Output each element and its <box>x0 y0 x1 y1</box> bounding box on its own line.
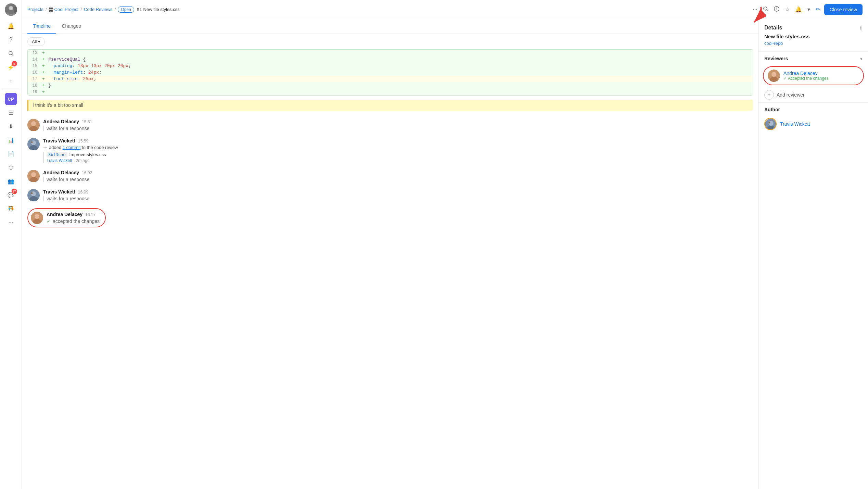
breadcrumb-sep1: / <box>46 7 47 12</box>
add-reviewer-button[interactable]: + Add reviewer <box>759 87 868 102</box>
collapse-sidebar-icon[interactable]: ⟩| <box>859 25 863 30</box>
add-reviewer-label: Add reviewer <box>777 92 805 98</box>
timeline-message: waits for a response <box>43 196 753 201</box>
check-icon: ✓ <box>47 218 51 224</box>
svg-point-25 <box>35 214 39 219</box>
code-selector: #serviceQual <box>48 57 80 62</box>
team-icon[interactable]: 🧑‍🤝‍🧑 <box>5 202 17 215</box>
code-val: 13px 13px 20px 20px <box>78 63 128 68</box>
chart-icon[interactable]: 📊 <box>5 134 17 146</box>
status-check-icon: ✓ <box>783 76 787 81</box>
question-icon[interactable]: ? <box>5 34 17 46</box>
commit-hash[interactable]: 8bf3cae <box>47 152 67 158</box>
reviewer-status-text: Accepted the changes <box>788 76 829 81</box>
info-icon[interactable]: i <box>773 5 781 14</box>
avatar <box>31 212 43 224</box>
commit-author[interactable]: Travis Wickett <box>47 158 72 163</box>
svg-line-5 <box>12 54 13 56</box>
inline-comment: I think it's a bit too small <box>27 100 753 111</box>
chevron-down-icon[interactable]: ▾ <box>806 5 812 14</box>
search-sidebar-icon[interactable] <box>5 47 17 60</box>
tab-timeline[interactable]: Timeline <box>27 19 56 34</box>
breadcrumb-code-reviews[interactable]: Code Reviews <box>84 7 113 12</box>
sidebar-divider <box>2 90 19 90</box>
svg-rect-3 <box>8 10 14 14</box>
review-file-title: New file styles.css <box>143 7 180 12</box>
reviewers-collapse-icon[interactable]: ▾ <box>860 56 863 61</box>
search-icon[interactable] <box>762 5 770 14</box>
bell-icon[interactable]: 🔔 <box>5 20 17 32</box>
code-diff: 13 + 14 + #serviceQual { 15 + padding: 1… <box>27 49 753 96</box>
more-icon[interactable]: ··· <box>5 216 17 228</box>
breadcrumb: Projects / Cool Project / Code Reviews /… <box>27 7 749 13</box>
filter-bar: All ▾ <box>22 34 758 49</box>
commit-msg: Improve styles.css <box>69 152 106 157</box>
timeline-body: Andrea Delacey 16:17 ✓ accepted the chan… <box>47 212 100 224</box>
svg-point-2 <box>9 7 13 10</box>
project-icon[interactable]: CP <box>5 93 17 105</box>
svg-text:i: i <box>776 7 777 11</box>
more-actions-icon[interactable]: ··· <box>752 5 759 14</box>
accepted-action: ✓ accepted the changes <box>47 218 100 224</box>
breadcrumb-projects[interactable]: Projects <box>27 7 43 12</box>
review-name: New file styles.css <box>759 34 868 41</box>
timeline-body: Andrea Delacey 15:51 waits for a respons… <box>43 119 753 131</box>
timeline-time: 16:17 <box>85 212 95 217</box>
review-repo[interactable]: cool-repo <box>759 41 868 51</box>
breadcrumb-project: Cool Project <box>49 7 79 12</box>
doc-icon[interactable]: 📄 <box>5 148 17 160</box>
chat-icon[interactable]: 💬 17 <box>5 189 17 201</box>
svg-point-4 <box>9 51 12 55</box>
list-icon[interactable]: ☰ <box>5 106 17 119</box>
timeline-time: 16:09 <box>78 190 88 195</box>
author-name[interactable]: Travis Wickett <box>780 121 810 127</box>
svg-point-6 <box>764 7 767 10</box>
bell-topbar-icon[interactable]: 🔔 <box>794 5 803 14</box>
left-sidebar: 🔔 ? ⚡ 5 ＋ CP ☰ ⬇ 📊 📄 ⬡ 👥 💬 17 🧑‍🤝‍🧑 ··· <box>0 0 22 489</box>
line-num: 15 <box>28 64 40 68</box>
code-val: 25px <box>83 76 93 82</box>
timeline-time: 16:02 <box>82 171 92 175</box>
star-icon[interactable]: ☆ <box>783 5 791 14</box>
download-icon[interactable]: ⬇ <box>5 120 17 133</box>
timeline-author: Andrea Delacey <box>43 170 79 175</box>
line-marker: + <box>40 70 47 75</box>
edit-icon[interactable]: ✏ <box>814 5 821 14</box>
close-review-button[interactable]: Close review <box>824 4 863 15</box>
filter-button[interactable]: All ▾ <box>27 37 45 46</box>
cube-icon[interactable]: ⬡ <box>5 161 17 174</box>
timeline-item: Travis Wickett 15:59 ⇢ added 1 commit to… <box>27 138 753 163</box>
filter-chevron-icon: ▾ <box>38 39 40 44</box>
timeline-time: 15:59 <box>78 139 88 143</box>
reviewer-circled: Andrea Delacey ✓ Accepted the changes <box>763 66 864 85</box>
timeline-header: Travis Wickett 15:59 <box>43 138 753 143</box>
timeline-item-accepted: Andrea Delacey 16:17 ✓ accepted the chan… <box>27 208 753 227</box>
code-line-18: 18 + } <box>28 82 753 89</box>
reviewers-title: Reviewers <box>764 56 788 61</box>
breadcrumb-project-name[interactable]: Cool Project <box>54 7 79 12</box>
line-num: 19 <box>28 90 40 95</box>
line-num: 14 <box>28 57 40 62</box>
accepted-text: accepted the changes <box>53 218 100 224</box>
right-sidebar-header: Details ⟩| <box>759 19 868 34</box>
line-content: #serviceQual { <box>47 57 753 62</box>
line-marker: + <box>40 57 47 62</box>
code-line-13: 13 + <box>28 50 753 56</box>
accepted-circle: Andrea Delacey 16:17 ✓ accepted the chan… <box>27 208 106 227</box>
tab-changes[interactable]: Changes <box>56 19 86 34</box>
user-avatar[interactable] <box>5 3 17 16</box>
lightning-icon[interactable]: ⚡ 5 <box>5 61 17 73</box>
timeline-time: 15:51 <box>82 120 92 124</box>
commit-link[interactable]: 1 commit <box>63 145 81 150</box>
tabs: Timeline Changes <box>22 19 758 34</box>
line-content: margin-left: 24px; <box>47 70 753 75</box>
commit-count-icon: ⬆1 <box>136 7 142 12</box>
users-icon[interactable]: 👥 <box>5 175 17 187</box>
reviewer-name[interactable]: Andrea Delacey <box>783 71 829 76</box>
plus-icon[interactable]: ＋ <box>5 75 17 87</box>
breadcrumb-sep2: / <box>80 7 82 12</box>
timeline-header: Andrea Delacey 15:51 <box>43 119 753 124</box>
code-line-15: 15 + padding: 13px 13px 20px 20px; <box>28 63 753 69</box>
code-prop: margin-left <box>54 70 83 75</box>
code-line-19: 19 + <box>28 89 753 95</box>
